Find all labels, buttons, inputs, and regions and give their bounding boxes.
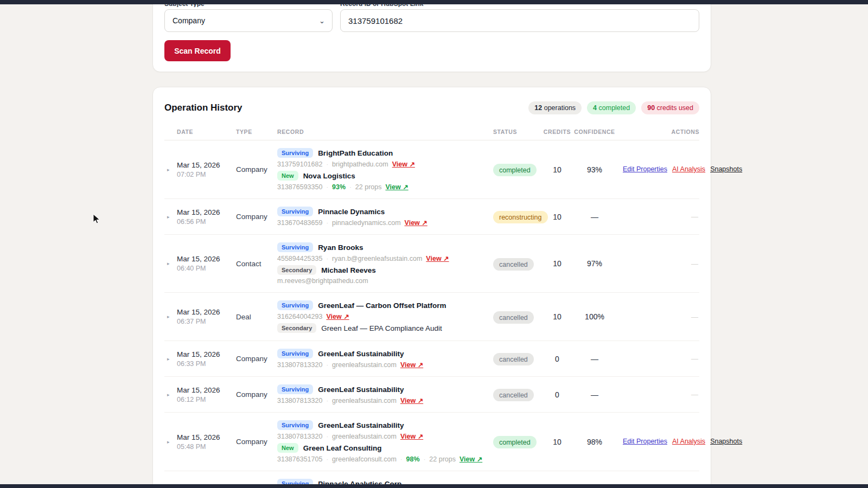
subject-type-field: Subject Type Company ⌄ — [164, 1, 333, 32]
ai-analysis-link[interactable]: AI Analysis — [672, 165, 705, 173]
row-type: Company — [236, 390, 277, 399]
expand-row-icon[interactable]: ▸ — [164, 392, 175, 397]
credits-value: 0 — [543, 390, 571, 399]
record-meta: 455894425335·ryan.b@greenleafsustain.com… — [277, 254, 489, 262]
record-name: Ryan Brooks — [318, 243, 363, 252]
status-cell: cancelled — [489, 354, 543, 364]
record-block: SurvivingBrightPath Education31375910168… — [277, 148, 489, 168]
view-record-link[interactable]: View ↗ — [459, 455, 482, 463]
date-cell: Mar 15, 202606:56 PM — [175, 208, 236, 226]
confidence-value: 93% — [571, 165, 618, 174]
scan-record-card: Subject Type Company ⌄ Record ID or HubS… — [152, 0, 711, 72]
edit-properties-link[interactable]: Edit Properties — [623, 438, 667, 445]
row-type: Company — [236, 355, 277, 363]
view-record-link[interactable]: View ↗ — [405, 219, 427, 227]
credits-value: 10 — [543, 213, 571, 221]
record-block: SurvivingGreenLeaf Sustainability3138078… — [277, 349, 489, 369]
record-block: SecondaryGreen Leaf — EPA Compliance Aud… — [277, 323, 489, 333]
scan-record-button[interactable]: Scan Record — [164, 40, 231, 61]
record-badge-surviving: Surviving — [277, 207, 313, 216]
completed-count: 4 — [593, 104, 597, 112]
meta-separator: · — [400, 456, 403, 463]
status-badge: reconstructing — [493, 211, 548, 223]
view-record-link[interactable]: View ↗ — [426, 254, 449, 262]
record-block: SurvivingGreenLeaf Sustainability3138078… — [277, 420, 489, 440]
expand-row-icon[interactable]: ▸ — [164, 356, 175, 362]
record-id-input[interactable]: 313759101682 — [340, 9, 699, 32]
record-meta-item: 313807813320 — [277, 361, 322, 369]
status-badge: cancelled — [493, 258, 534, 271]
row-actions-empty: — — [618, 313, 699, 321]
expand-row-icon[interactable]: ▸ — [164, 314, 175, 319]
snapshots-link[interactable]: Snapshots — [710, 438, 742, 445]
status-badge: cancelled — [493, 353, 534, 365]
record-meta-item: 93% — [332, 183, 346, 191]
edit-properties-link[interactable]: Edit Properties — [623, 165, 667, 173]
row-date: Mar 15, 2026 — [175, 433, 236, 441]
row-time: 06:56 PM — [175, 218, 236, 226]
record-name: Nova Logistics — [303, 172, 355, 180]
record-heading: SurvivingGreenLeaf Sustainability — [277, 349, 489, 358]
record-cell: SurvivingGreenLeaf — Carbon Offset Platf… — [277, 298, 489, 336]
record-meta-item: greenleafsustain.com — [332, 361, 397, 369]
record-meta-item: 313876351705 — [277, 455, 322, 463]
snapshots-link[interactable]: Snapshots — [710, 165, 742, 173]
record-name: GreenLeaf Sustainability — [318, 421, 404, 429]
record-badge-surviving: Surviving — [277, 242, 313, 252]
view-record-link[interactable]: View ↗ — [326, 312, 349, 320]
view-record-link[interactable]: View ↗ — [385, 183, 408, 191]
row-date: Mar 15, 2026 — [175, 255, 236, 263]
record-cell: SurvivingGreenLeaf Sustainability3138078… — [277, 382, 489, 407]
column-header-record: RECORD — [277, 129, 489, 135]
column-header-date: DATE — [175, 129, 236, 135]
row-type: Company — [236, 438, 277, 446]
row-type: Deal — [236, 313, 277, 321]
row-time: 06:12 PM — [175, 396, 236, 403]
table-row: ▸Mar 15, 202606:33 PMCompanySurvivingGre… — [164, 341, 699, 377]
date-cell: Mar 15, 202606:40 PM — [175, 255, 236, 272]
history-table: DATE TYPE RECORD STATUS CREDITS CONFIDEN… — [164, 129, 699, 488]
record-meta-item: 98% — [406, 455, 420, 463]
ai-analysis-link[interactable]: AI Analysis — [672, 438, 705, 445]
table-row: ▸Mar 15, 202606:56 PMCompanySurvivingPin… — [164, 199, 699, 235]
expand-row-icon[interactable]: ▸ — [164, 214, 175, 220]
view-record-link[interactable]: View ↗ — [400, 361, 423, 369]
completed-count-badge: 4 completed — [587, 101, 636, 114]
record-badge-surviving: Surviving — [277, 384, 313, 394]
view-record-link[interactable]: View ↗ — [400, 432, 423, 440]
expand-row-icon[interactable]: ▸ — [164, 261, 175, 266]
meta-separator: · — [326, 220, 328, 226]
meta-separator: · — [424, 456, 426, 463]
scan-form: Subject Type Company ⌄ Record ID or HubS… — [164, 1, 699, 32]
status-cell: cancelled — [489, 390, 543, 400]
record-meta: 313807813320·greenleafsustain.comView ↗ — [277, 396, 489, 404]
record-meta-item: 313807813320 — [277, 397, 322, 404]
record-heading: SecondaryMichael Reeves — [277, 265, 489, 275]
row-time: 06:33 PM — [175, 360, 236, 368]
record-meta: 316264004293View ↗ — [277, 312, 489, 320]
row-type: Contact — [236, 260, 277, 268]
view-record-link[interactable]: View ↗ — [400, 396, 423, 404]
row-type: Company — [236, 165, 277, 174]
record-meta-item: 455894425335 — [277, 255, 322, 262]
row-actions: Edit PropertiesAI AnalysisSnapshots — [618, 164, 699, 175]
confidence-value: 98% — [571, 438, 618, 446]
row-time: 06:37 PM — [175, 318, 236, 325]
view-record-link[interactable]: View ↗ — [392, 160, 415, 168]
date-cell: Mar 15, 202605:48 PM — [175, 433, 236, 451]
expand-row-icon[interactable]: ▸ — [164, 167, 175, 172]
status-cell: completed — [489, 437, 543, 447]
meta-separator: · — [326, 397, 328, 404]
history-rows: ▸Mar 15, 202607:02 PMCompanySurvivingBri… — [164, 140, 699, 488]
expand-row-icon[interactable]: ▸ — [164, 439, 175, 445]
confidence-value: 100% — [571, 312, 618, 321]
subject-type-value: Company — [173, 16, 205, 25]
column-header-type: TYPE — [236, 129, 277, 135]
credits-value: 10 — [543, 165, 571, 174]
record-id-value: 313759101682 — [348, 16, 403, 25]
row-date: Mar 15, 2026 — [175, 161, 236, 169]
subject-type-select[interactable]: Company ⌄ — [164, 9, 333, 32]
record-block: SecondaryMichael Reevesm.reeves@brightpa… — [277, 265, 489, 285]
credits-value: 10 — [543, 259, 571, 268]
record-meta-item: brightpathedu.com — [332, 160, 388, 168]
